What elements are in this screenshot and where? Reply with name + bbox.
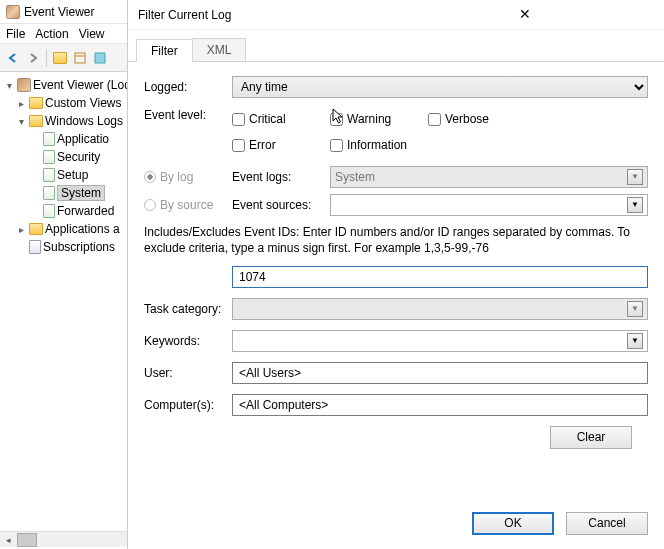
svg-rect-2 — [95, 53, 105, 63]
chevron-right-icon[interactable]: ▸ — [16, 98, 27, 109]
keywords-dropdown[interactable]: ▼ — [232, 330, 648, 352]
task-category-dropdown: ▼ — [232, 298, 648, 320]
chevron-down-icon: ▼ — [627, 301, 643, 317]
error-checkbox[interactable]: Error — [232, 134, 330, 156]
chevron-down-icon[interactable]: ▾ — [16, 116, 27, 127]
dialog-titlebar: Filter Current Log ✕ — [128, 0, 664, 30]
scroll-left-icon[interactable]: ◂ — [1, 533, 15, 547]
log-icon — [43, 132, 55, 146]
filter-tab-body: Logged: Any time Event level: Critical W… — [128, 62, 664, 502]
tab-strip: Filter XML — [128, 36, 664, 62]
folder-icon[interactable] — [51, 49, 69, 67]
menu-view[interactable]: View — [79, 24, 105, 43]
event-id-input[interactable] — [232, 266, 648, 288]
clear-button[interactable]: Clear — [550, 426, 632, 449]
event-sources-dropdown[interactable]: ▼ — [330, 194, 648, 216]
keywords-label: Keywords: — [144, 334, 232, 348]
user-label: User: — [144, 366, 232, 380]
tree-root[interactable]: Event Viewer (Loc — [33, 78, 130, 92]
tree-custom-views[interactable]: Custom Views — [45, 96, 121, 110]
window-title: Event Viewer — [24, 0, 94, 24]
tree-log-setup[interactable]: Setup — [57, 168, 88, 182]
log-icon — [43, 168, 55, 182]
filter-dialog: Filter Current Log ✕ Filter XML Logged: … — [127, 0, 664, 549]
by-log-radio: By log — [144, 170, 232, 184]
verbose-checkbox[interactable]: Verbose — [428, 108, 526, 130]
chevron-down-icon[interactable]: ▾ — [4, 80, 15, 91]
subscriptions-icon — [29, 240, 41, 254]
close-button[interactable]: ✕ — [396, 5, 654, 25]
computers-label: Computer(s): — [144, 398, 232, 412]
folder-icon — [29, 97, 43, 109]
tree-log-forwarded[interactable]: Forwarded — [57, 204, 114, 218]
svg-rect-0 — [75, 53, 85, 63]
menu-action[interactable]: Action — [35, 24, 68, 43]
log-icon — [43, 204, 55, 218]
event-level-label: Event level: — [144, 108, 232, 122]
menu-file[interactable]: File — [6, 24, 25, 43]
event-logs-label: Event logs: — [232, 170, 330, 184]
warning-checkbox[interactable]: Warning — [330, 108, 428, 130]
dialog-buttons: OK Cancel — [128, 502, 664, 549]
forward-icon[interactable] — [24, 49, 42, 67]
eventviewer-icon — [17, 78, 31, 92]
event-id-help: Includes/Excludes Event IDs: Enter ID nu… — [144, 224, 648, 256]
computers-input[interactable] — [232, 394, 648, 416]
tree-log-application[interactable]: Applicatio — [57, 132, 109, 146]
chevron-right-icon[interactable]: ▸ — [16, 224, 27, 235]
information-checkbox[interactable]: Information — [330, 134, 460, 156]
event-logs-dropdown: System▼ — [330, 166, 648, 188]
chevron-down-icon: ▼ — [627, 169, 643, 185]
app-icon — [6, 5, 20, 19]
critical-checkbox[interactable]: Critical — [232, 108, 330, 130]
chevron-down-icon: ▼ — [627, 333, 643, 349]
ok-button[interactable]: OK — [472, 512, 554, 535]
user-input[interactable] — [232, 362, 648, 384]
back-icon[interactable] — [4, 49, 22, 67]
tab-filter[interactable]: Filter — [136, 39, 193, 62]
folder-icon — [29, 115, 43, 127]
properties-icon[interactable] — [71, 49, 89, 67]
tree-log-security[interactable]: Security — [57, 150, 100, 164]
cancel-button[interactable]: Cancel — [566, 512, 648, 535]
tree-applications[interactable]: Applications a — [45, 222, 120, 236]
tree-subscriptions[interactable]: Subscriptions — [43, 240, 115, 254]
log-icon — [43, 186, 55, 200]
task-category-label: Task category: — [144, 302, 232, 316]
logged-label: Logged: — [144, 80, 232, 94]
logged-dropdown[interactable]: Any time — [232, 76, 648, 98]
tree-windows-logs[interactable]: Windows Logs — [45, 114, 123, 128]
tab-xml[interactable]: XML — [192, 38, 247, 61]
event-sources-label: Event sources: — [232, 198, 330, 212]
by-source-radio: By source — [144, 198, 232, 212]
separator — [46, 49, 47, 67]
scroll-thumb[interactable] — [17, 533, 37, 547]
chevron-down-icon: ▼ — [627, 197, 643, 213]
log-icon — [43, 150, 55, 164]
refresh-icon[interactable] — [91, 49, 109, 67]
tree-log-system[interactable]: System — [57, 185, 105, 201]
dialog-title: Filter Current Log — [138, 8, 396, 22]
folder-icon — [29, 223, 43, 235]
